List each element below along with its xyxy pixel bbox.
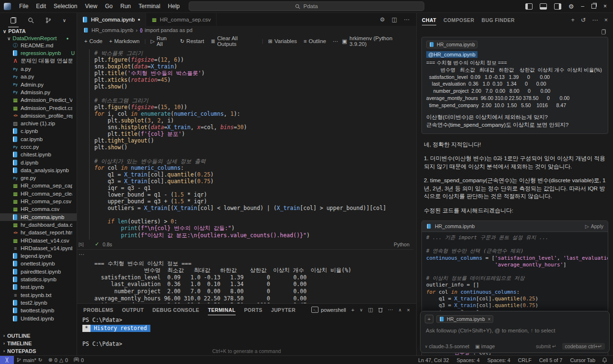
breadcrumb-section[interactable]: import pandas as pd [145, 27, 193, 33]
restart-kernel-button[interactable]: ↻Restart [177, 37, 207, 45]
panel-tab[interactable]: OUTPUT [122, 305, 144, 315]
notebook-editor[interactable]: # 박스플롯 그리기plt.figure(figsize=(12, 6))sns… [77, 48, 416, 303]
toggle-panel-icon[interactable] [540, 3, 547, 10]
editor-more-actions-icon[interactable]: ⋯ [404, 16, 409, 23]
terminal-dropdown-chevron-icon[interactable]: ∨ [360, 308, 363, 312]
chat-input-box[interactable]: + HR_comma.ipynb × Ask followup (Ctrl+Sh… [420, 311, 610, 353]
maximize-panel-icon[interactable]: ∧ [398, 308, 402, 312]
add-context-button[interactable]: + [425, 315, 433, 323]
split-terminal-icon[interactable]: ◫ [368, 307, 373, 313]
file-row[interactable]: a.py [0, 65, 77, 73]
toggle-secondary-sidebar-icon[interactable] [554, 3, 561, 10]
settings-gear-icon[interactable]: ⚙ [568, 3, 574, 10]
kill-terminal-icon[interactable] [378, 307, 383, 312]
status-item[interactable]: Ln 47, Col 32 [414, 357, 453, 363]
file-row[interactable]: data_analysis.ipynb [0, 166, 77, 174]
menu-item[interactable]: Selection [50, 1, 81, 11]
panel-tab[interactable]: DEBUG CONSOLE [152, 305, 199, 315]
close-window-icon[interactable]: × [603, 3, 607, 10]
file-row[interactable]: pairedttest.ipynb [0, 268, 77, 276]
file-row[interactable]: gre.py [0, 174, 77, 182]
menu-item[interactable]: File [15, 1, 32, 11]
copy-conversation-icon[interactable] [602, 29, 606, 34]
problems-item[interactable]: ⊗ 0 △ 0 [45, 357, 71, 363]
code-cell[interactable]: # 박스플롯 그리기plt.figure(figsize=(12, 6))sns… [89, 49, 416, 240]
variables-button[interactable]: ⊞Variables [265, 37, 300, 45]
search-sidebar-icon[interactable] [28, 13, 34, 27]
chat-input-placeholder[interactable]: Ask followup (Ctrl+Shift+Y), @ to mentio… [425, 323, 605, 343]
file-row[interactable]: statistics.ipynb [0, 276, 77, 283]
file-row[interactable]: onettest.ipynb [0, 260, 77, 267]
outline-button[interactable]: ≡Outline [301, 37, 329, 45]
breadcrumb-file[interactable]: HR_comma.ipynb [91, 27, 133, 33]
menu-item[interactable]: View [81, 1, 101, 11]
file-row[interactable]: HR_comma_sep.csv [0, 198, 77, 205]
notifications-bell-icon[interactable] [599, 357, 613, 363]
remove-chip-icon[interactable]: × [488, 317, 490, 322]
file-row[interactable]: README.md [0, 42, 77, 49]
close-chat-icon[interactable]: × [604, 17, 608, 23]
file-row[interactable]: HR_comma_sep_cleaned.csv [0, 190, 77, 198]
panel-tab[interactable]: TERMINAL [208, 305, 235, 315]
file-row[interactable]: test.ipynb [0, 283, 77, 291]
more-views-chevron-icon[interactable]: ∨ [63, 13, 66, 27]
remote-indicator[interactable]: ╳ [0, 356, 14, 364]
file-row[interactable]: hr_dashboard_data.csv [0, 221, 77, 229]
file-row[interactable]: regression.ipynb U [0, 49, 77, 57]
split-editor-icon[interactable]: ◫ [392, 16, 397, 23]
chat-history-icon[interactable]: ↺ [581, 16, 586, 23]
explorer-icon[interactable] [11, 13, 16, 27]
file-row[interactable]: archive (1).zip [0, 120, 77, 127]
file-row[interactable]: HR_comma.csv [0, 205, 77, 213]
chat-more-icon[interactable]: ⋯ [592, 16, 598, 23]
apply-button[interactable]: ▷ Apply [585, 223, 603, 229]
ports-item[interactable]: 0 [71, 357, 87, 363]
clear-all-outputs-button[interactable]: ≣Clear All Outputs [208, 34, 260, 48]
file-row[interactable]: test2.ipynb [0, 299, 77, 307]
cell-language-label[interactable]: Python [394, 242, 413, 247]
attach-image-button[interactable]: ▣ image [475, 343, 495, 349]
file-row[interactable]: d.ipynb [0, 158, 77, 166]
file-row[interactable]: Admin.py [0, 80, 77, 88]
status-item[interactable]: Spaces: 4 [484, 357, 514, 363]
panel-tab[interactable]: PROBLEMS [83, 305, 114, 315]
file-row[interactable]: HRDataset_v14.csv [0, 236, 77, 244]
new-chat-icon[interactable]: + [571, 17, 574, 23]
file-row[interactable]: HR_comma.ipynb [0, 213, 77, 221]
file-row[interactable]: c.ipynb [0, 127, 77, 135]
panel-tab[interactable]: JUPYTER [271, 305, 295, 315]
run-all-button[interactable]: ▷Run All [148, 34, 176, 48]
file-row[interactable]: aa.py [0, 73, 77, 80]
status-item[interactable]: Cursor Tab [566, 357, 599, 363]
sidebar-section-header[interactable]: › NOTEPADS [0, 347, 77, 355]
chat-tab[interactable]: COMPOSER [443, 14, 474, 25]
command-search-box[interactable]: Pdata [189, 1, 424, 11]
restore-window-icon[interactable] [591, 4, 596, 9]
tab-hr-comma-sep-csv[interactable]: HR_comma_sep.csv [146, 13, 216, 26]
collapsed-cells-indicator[interactable]: ⋯ [79, 251, 416, 258]
file-row[interactable]: test.ipynb.txt [0, 291, 77, 299]
panel-tab[interactable]: PORTS [244, 305, 262, 315]
minimize-icon[interactable]: – [581, 3, 584, 10]
folder-row-datadrivenreport[interactable]: ∨ DataDrivenReport ● [0, 35, 77, 42]
new-terminal-icon[interactable]: + [352, 307, 354, 313]
workspace-section[interactable]: ∨ PDATA [0, 27, 77, 35]
context-file-chip[interactable]: HR_comma.ipynb [426, 41, 477, 48]
sidebar-section-header[interactable]: › TIMELINE [0, 340, 77, 347]
codebase-button[interactable]: codebase ctrl+↵ [562, 343, 605, 350]
close-panel-icon[interactable]: × [407, 307, 410, 313]
menu-item[interactable]: Terminal [135, 1, 164, 11]
panel-more-icon[interactable]: ⋯ [388, 307, 393, 313]
terminal-shell-selector[interactable]: >_ powershell [311, 307, 346, 313]
sidebar-section-header[interactable]: › OUTLINE [0, 332, 77, 340]
toolbar-more-button[interactable]: ⋯ [330, 37, 341, 45]
input-context-chip[interactable]: HR_comma.ipynb × [436, 315, 493, 323]
file-row[interactable]: hr_dataset_report.html [0, 229, 77, 236]
cell-code[interactable]: # 박스플롯 그리기plt.figure(figsize=(12, 6))sns… [94, 50, 416, 239]
file-row[interactable]: car.ipynb [0, 135, 77, 143]
file-row[interactable]: HRDataset_v14.ipynb.txt [0, 244, 77, 252]
file-row[interactable]: 문재인 대통령 연설문 선... [0, 57, 77, 65]
file-row[interactable]: HR_comma_sep_capped.csv [0, 182, 77, 189]
file-row[interactable]: Admission_Predict_Ver1.1... [0, 96, 77, 104]
file-row[interactable]: twottest.ipynb [0, 307, 77, 314]
